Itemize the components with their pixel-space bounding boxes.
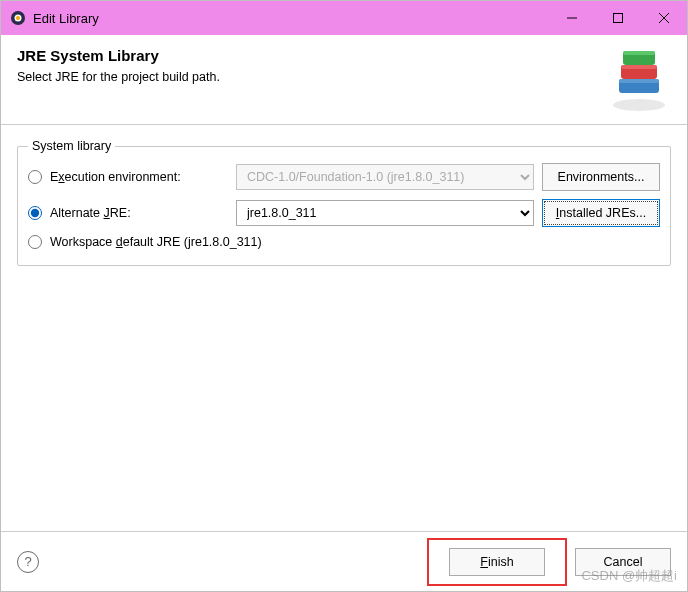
radio-alternate-jre[interactable]: [28, 206, 42, 220]
header-description: Select JRE for the project build path.: [17, 70, 671, 84]
cancel-button[interactable]: Cancel: [575, 548, 671, 576]
svg-rect-13: [623, 51, 655, 55]
svg-rect-11: [621, 65, 657, 69]
row-alternate-jre: Alternate JRE: jre1.8.0_311 Installed JR…: [28, 199, 660, 227]
group-legend: System library: [28, 139, 115, 153]
svg-rect-4: [614, 14, 623, 23]
titlebar[interactable]: Edit Library: [1, 1, 687, 35]
maximize-button[interactable]: [595, 1, 641, 35]
finish-button[interactable]: Finish: [449, 548, 545, 576]
close-button[interactable]: [641, 1, 687, 35]
dialog-content: System library Execution environment: CD…: [1, 125, 687, 531]
dialog-footer: ? Finish Cancel: [1, 531, 687, 591]
window-title: Edit Library: [33, 11, 549, 26]
environments-button[interactable]: Environments...: [542, 163, 660, 191]
window-controls: [549, 1, 687, 35]
header-title: JRE System Library: [17, 47, 671, 64]
select-alternate-jre[interactable]: jre1.8.0_311: [236, 200, 534, 226]
system-library-group: System library Execution environment: CD…: [17, 139, 671, 266]
help-button[interactable]: ?: [17, 551, 39, 573]
installed-jres-button[interactable]: Installed JREs...: [542, 199, 660, 227]
dialog-window: Edit Library JRE System Library Select J…: [0, 0, 688, 592]
label-execution-env[interactable]: Execution environment:: [50, 170, 228, 184]
radio-workspace-default[interactable]: [28, 235, 42, 249]
svg-point-2: [16, 16, 20, 20]
library-icon: [609, 45, 669, 115]
row-execution-env: Execution environment: CDC-1.0/Foundatio…: [28, 163, 660, 191]
row-workspace-default: Workspace default JRE (jre1.8.0_311): [28, 235, 660, 249]
finish-highlight: Finish: [427, 538, 567, 586]
svg-rect-9: [619, 79, 659, 83]
dialog-header: JRE System Library Select JRE for the pr…: [1, 35, 687, 125]
radio-execution-env[interactable]: [28, 170, 42, 184]
select-execution-env: CDC-1.0/Foundation-1.0 (jre1.8.0_311): [236, 164, 534, 190]
app-icon: [9, 9, 27, 27]
label-workspace-default[interactable]: Workspace default JRE (jre1.8.0_311): [50, 235, 262, 249]
label-alternate-jre[interactable]: Alternate JRE:: [50, 206, 228, 220]
minimize-button[interactable]: [549, 1, 595, 35]
svg-point-7: [613, 99, 665, 111]
